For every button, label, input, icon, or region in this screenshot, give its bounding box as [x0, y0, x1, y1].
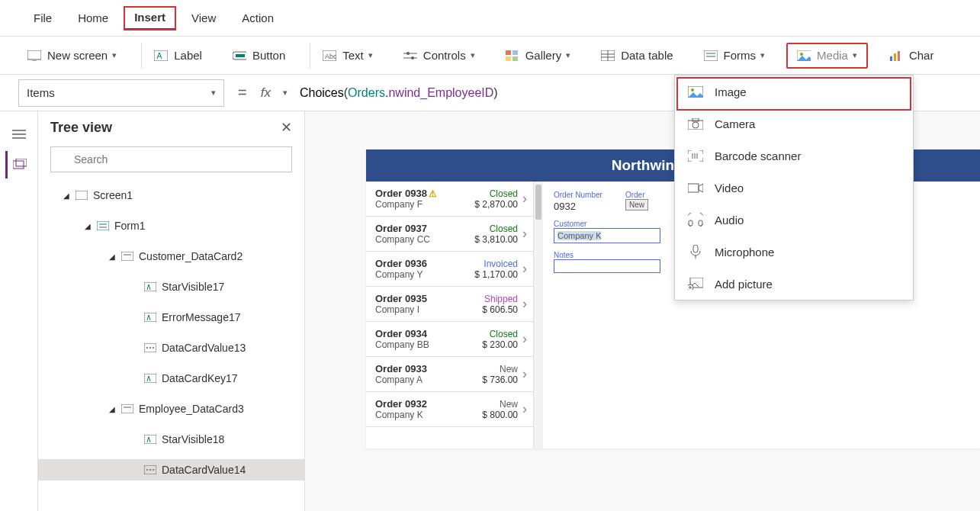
tree-node-form1[interactable]: ◢Form1 — [38, 215, 304, 236]
order-item[interactable]: Order 0937Company CCClosed$ 3,810.00› — [366, 217, 533, 252]
media-item-video[interactable]: Video — [675, 172, 913, 204]
warning-icon: ⚠ — [429, 188, 437, 199]
expander-icon[interactable]: ◢ — [82, 222, 93, 230]
chevron-right-icon: › — [522, 366, 527, 382]
chevron-right-icon: › — [522, 191, 527, 207]
controls-button[interactable]: Controls ▾ — [394, 44, 484, 67]
tree-node-errormessage17[interactable]: ErrorMessage17 — [38, 307, 304, 328]
label-label: Label — [174, 49, 202, 62]
separator — [310, 43, 310, 69]
formula-prop: nwind_EmployeeID — [388, 86, 493, 99]
svg-rect-24 — [890, 56, 892, 61]
file-menu[interactable]: File — [23, 7, 63, 29]
order-item[interactable]: Order 0932Company KNew$ 800.00› — [366, 392, 533, 427]
scrollbar[interactable] — [534, 182, 543, 448]
tree-node-datacardvalue13[interactable]: DataCardValue13 — [38, 337, 304, 358]
add-picture-icon — [687, 277, 704, 291]
media-item-audio[interactable]: Audio — [675, 204, 913, 236]
close-icon[interactable]: ✕ — [281, 119, 292, 136]
notes-input[interactable] — [554, 259, 660, 273]
scrollbar-thumb[interactable] — [535, 185, 541, 220]
tree-node-screen1[interactable]: ◢Screen1 — [38, 185, 304, 206]
label-icon — [143, 373, 157, 384]
search-input[interactable] — [50, 146, 292, 172]
order-item[interactable]: Order 0935Company IShipped$ 606.50› — [366, 287, 533, 322]
svg-rect-13 — [506, 56, 511, 61]
formula-input[interactable]: Choices(Orders.nwind_EmployeeID) — [300, 85, 498, 100]
screen-icon — [27, 49, 41, 63]
media-label: Media — [817, 49, 848, 62]
chevron-right-icon: › — [522, 401, 527, 417]
property-name: Items — [27, 86, 55, 99]
svg-rect-60 — [688, 184, 699, 192]
action-menu[interactable]: Action — [231, 7, 284, 29]
controls-label: Controls — [423, 49, 466, 62]
svg-rect-45 — [121, 404, 133, 413]
tree-node-starvisible17[interactable]: StarVisible17 — [38, 276, 304, 297]
order-item[interactable]: Order 0938⚠Company FClosed$ 2,870.00› — [366, 182, 533, 217]
charts-label: Char — [909, 49, 934, 62]
svg-point-55 — [692, 122, 699, 128]
gallery-button[interactable]: Gallery ▾ — [496, 44, 580, 67]
expander-icon[interactable]: ◢ — [107, 252, 117, 261]
order-item[interactable]: Order 0934Company BBClosed$ 230.00› — [366, 322, 533, 357]
order-amount: $ 606.50 — [482, 304, 518, 315]
status-tag[interactable]: New — [625, 199, 648, 211]
svg-point-49 — [146, 469, 148, 471]
order-number-value: 0932 — [554, 201, 602, 212]
new-screen-button[interactable]: New screen ▾ — [18, 44, 126, 67]
tree-node-datacardkey17[interactable]: DataCardKey17 — [38, 368, 304, 389]
media-button[interactable]: Media ▾ — [786, 43, 868, 69]
order-gallery[interactable]: Order 0938⚠Company FClosed$ 2,870.00›Ord… — [366, 182, 534, 448]
media-item-add-picture[interactable]: Add picture — [675, 268, 913, 300]
property-selector[interactable]: Items ▾ — [18, 79, 224, 107]
svg-rect-0 — [27, 50, 41, 59]
chevron-down-icon: ▾ — [368, 50, 373, 60]
chevron-right-icon: › — [522, 331, 527, 347]
home-menu[interactable]: Home — [67, 7, 119, 29]
label-button[interactable]: Label — [145, 44, 211, 67]
order-status: Invoiced — [474, 259, 518, 269]
tree-node-employee-datacard[interactable]: ◢Employee_DataCard3 — [38, 398, 304, 419]
order-item[interactable]: Order 0936Company YInvoiced$ 1,170.00› — [366, 252, 533, 287]
expander-icon[interactable]: ◢ — [107, 405, 117, 413]
separator — [141, 43, 142, 69]
video-icon — [687, 181, 704, 194]
barcode-icon — [687, 149, 704, 162]
media-item-microphone[interactable]: Microphone — [675, 236, 913, 268]
chevron-down-icon[interactable]: ▾ — [283, 88, 288, 98]
order-id: Order 0932 — [375, 398, 482, 410]
svg-rect-31 — [16, 159, 27, 166]
tree-view: ◢Screen1 ◢Form1 ◢Customer_DataCard2 Star… — [38, 180, 304, 485]
hamburger-icon[interactable] — [5, 121, 33, 148]
text-button[interactable]: Abc Text ▾ — [313, 44, 382, 67]
media-item-image[interactable]: Image — [675, 76, 913, 108]
order-number-label: Order Number — [554, 191, 602, 199]
expander-icon[interactable]: ◢ — [61, 191, 72, 200]
customer-input[interactable]: Company K — [554, 228, 660, 243]
svg-point-23 — [800, 53, 803, 56]
media-item-camera[interactable]: Camera — [675, 108, 913, 140]
tree-node-datacardvalue14[interactable]: DataCardValue14 — [38, 459, 304, 480]
forms-button[interactable]: Forms ▾ — [695, 44, 775, 67]
order-amount: $ 3,810.00 — [474, 234, 518, 245]
image-icon — [687, 85, 704, 98]
svg-point-10 — [411, 56, 414, 59]
tree-node-starvisible18[interactable]: StarVisible18 — [38, 429, 304, 450]
charts-button[interactable]: Char — [880, 44, 943, 67]
view-menu[interactable]: View — [181, 7, 227, 29]
button-icon — [233, 49, 246, 63]
media-item-barcode[interactable]: Barcode scanner — [675, 140, 913, 172]
order-item[interactable]: Order 0933Company ANew$ 736.00› — [366, 357, 533, 392]
order-id: Order 0935 — [375, 293, 482, 304]
svg-rect-36 — [121, 252, 133, 261]
data-table-icon — [601, 49, 615, 63]
data-table-button[interactable]: Data table — [592, 44, 682, 67]
button-button[interactable]: Button — [223, 44, 294, 67]
order-status: Closed — [474, 223, 518, 234]
insert-menu[interactable]: Insert — [124, 6, 176, 31]
order-company: Company A — [375, 374, 482, 385]
tree-view-rail-button[interactable] — [5, 151, 33, 178]
tree-node-customer-datacard[interactable]: ◢Customer_DataCard2 — [38, 246, 304, 267]
order-status: Closed — [474, 188, 518, 199]
